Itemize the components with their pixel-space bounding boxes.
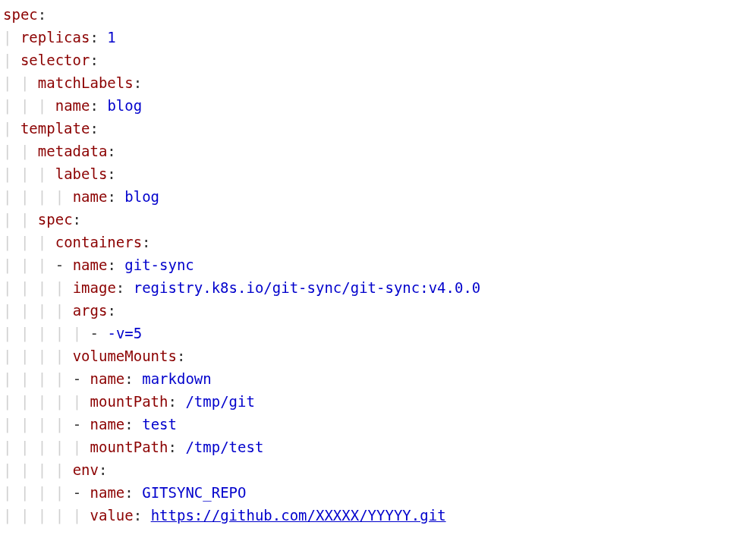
key-value: value: [90, 507, 134, 524]
key-mountpath: mountPath: [90, 393, 168, 410]
val-tmptest: /tmp/test: [185, 439, 263, 455]
val-args: -v=5: [107, 325, 142, 341]
val-markdown: markdown: [142, 370, 212, 387]
key-replicas: replicas: [20, 29, 90, 46]
key-spec: spec: [38, 211, 73, 228]
val-blog: blog: [107, 97, 142, 114]
key-image: image: [73, 279, 116, 296]
key-metadata: metadata: [38, 143, 108, 159]
key-args: args: [73, 302, 108, 319]
key-mountpath: mountPath: [90, 439, 168, 455]
key-name: name: [90, 484, 125, 501]
val-gitsync: git-sync: [124, 256, 194, 273]
key-volumemounts: volumeMounts: [73, 348, 177, 364]
val-test: test: [142, 416, 177, 433]
key-labels: labels: [55, 165, 108, 182]
key-template: template: [20, 120, 90, 137]
val-image: registry.k8s.io/git-sync/git-sync:v4.0.0: [134, 279, 481, 296]
key-name: name: [90, 416, 125, 433]
key-containers: containers: [55, 234, 142, 250]
val-replicas: 1: [107, 29, 115, 46]
yaml-code-block: spec: | replicas: 1 | selector: | | matc…: [0, 0, 730, 527]
key-selector: selector: [20, 52, 90, 68]
key-name: name: [55, 97, 90, 114]
key-name: name: [73, 256, 108, 273]
val-blog: blog: [124, 188, 159, 205]
key-name: name: [90, 370, 125, 387]
val-repourl: https://github.com/XXXXX/YYYYY.git: [151, 507, 446, 524]
key-spec: spec: [3, 6, 38, 23]
val-gitsyncrepo: GITSYNC_REPO: [142, 484, 246, 501]
key-name: name: [73, 188, 108, 205]
val-tmpgit: /tmp/git: [185, 393, 255, 410]
key-matchlabels: matchLabels: [38, 74, 134, 91]
key-env: env: [73, 461, 99, 478]
